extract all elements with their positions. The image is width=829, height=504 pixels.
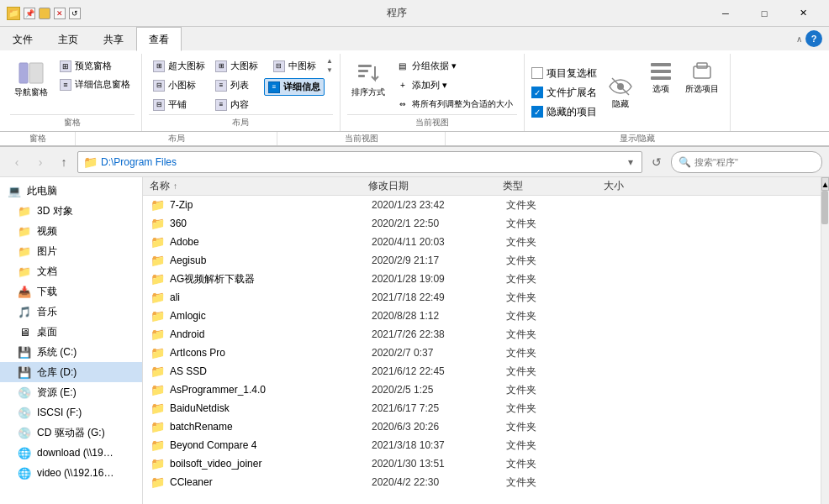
column-header-type[interactable]: 类型 xyxy=(503,179,604,193)
scrollbar[interactable]: ▲ ▼ xyxy=(821,177,829,504)
layout-expand-button[interactable]: ▲ ▼ xyxy=(326,57,333,74)
file-item-name: Adobe xyxy=(170,236,372,248)
sidebar-item-f-drive[interactable]: 💿 ISCSI (F:) xyxy=(0,402,142,423)
file-item[interactable]: 📁 ali 2021/7/18 22:49 文件夹 xyxy=(143,288,821,307)
maximize-button[interactable]: □ xyxy=(745,0,784,27)
hidden-items-checkbox[interactable]: ✓ xyxy=(531,106,543,118)
preview-pane-button[interactable]: ⊞ 预览窗格 xyxy=(55,57,135,75)
sidebar-item-e-drive[interactable]: 💿 资源 (E:) xyxy=(0,382,142,402)
sidebar-item-music[interactable]: 🎵 音乐 xyxy=(0,302,142,322)
nav-pane-button[interactable]: 导航窗格 xyxy=(10,57,52,101)
medium-icon-button[interactable]: ⊟ 中图标 xyxy=(269,57,320,75)
videos-icon: 📁 xyxy=(17,223,32,239)
back-button[interactable]: ‹ xyxy=(7,152,27,172)
column-header-size[interactable]: 大小 xyxy=(604,179,814,193)
scroll-up[interactable]: ▲ xyxy=(821,177,829,191)
large-icon-button[interactable]: ⊞ 大图标 xyxy=(211,57,262,75)
file-item[interactable]: 📁 AsProgrammer_1.4.0 2020/2/5 1:25 文件夹 xyxy=(143,381,821,399)
extra-large-icon-button[interactable]: ⊞ 超大图标 xyxy=(149,57,209,75)
file-item-icon: 📁 xyxy=(150,290,165,305)
column-header-date[interactable]: 修改日期 xyxy=(368,179,503,193)
sidebar-item-pictures[interactable]: 📁 图片 xyxy=(0,241,142,261)
group-by-label: 分组依据 ▾ xyxy=(412,60,457,72)
sidebar-item-d-drive[interactable]: 💾 仓库 (D:) xyxy=(0,362,142,382)
sidebar-item-network1[interactable]: 🌐 download (\\19… xyxy=(0,443,142,463)
up-button[interactable]: ↑ xyxy=(54,152,74,172)
file-item-name: boilsoft_video_joiner xyxy=(170,458,372,470)
hide-icon xyxy=(609,75,632,98)
options-button[interactable]: 选项 xyxy=(644,57,678,97)
sidebar-item-network2[interactable]: 🌐 video (\\192.16… xyxy=(0,463,142,483)
f-drive-icon: 💿 xyxy=(17,405,32,420)
file-item-icon: 📁 xyxy=(150,401,165,416)
content-button[interactable]: ≡ 内容 xyxy=(211,96,262,113)
network2-label: video (\\192.16… xyxy=(37,467,135,479)
file-ext-checkbox[interactable]: ✓ xyxy=(531,87,543,98)
sort-button[interactable]: 排序方式 xyxy=(347,57,389,101)
sidebar-item-videos[interactable]: 📁 视频 xyxy=(0,221,142,241)
file-item[interactable]: 📁 AG视频解析下载器 2020/1/28 19:09 文件夹 xyxy=(143,270,821,288)
group-by-button[interactable]: ▤ 分组依据 ▾ xyxy=(393,57,517,75)
hidden-selected-button[interactable]: 所选项目 xyxy=(681,57,723,97)
file-item-type: 文件夹 xyxy=(506,217,607,231)
file-item[interactable]: 📁 BaiduNetdisk 2021/6/17 7:25 文件夹 xyxy=(143,399,821,417)
sidebar-item-desktop[interactable]: 🖥 桌面 xyxy=(0,322,142,342)
item-checkbox[interactable] xyxy=(531,67,543,79)
file-item-icon: 📁 xyxy=(150,438,165,453)
tab-home[interactable]: 主页 xyxy=(45,27,91,50)
options-label: 选项 xyxy=(652,83,669,95)
help-button[interactable]: ? xyxy=(805,30,822,47)
file-item-type: 文件夹 xyxy=(506,402,607,416)
tab-file[interactable]: 文件 xyxy=(0,27,45,50)
file-item[interactable]: 📁 Aegisub 2020/2/9 21:17 文件夹 xyxy=(143,251,821,270)
collapse-ribbon-btn[interactable]: ∧ xyxy=(796,34,802,44)
add-column-button[interactable]: + 添加列 ▾ xyxy=(393,76,517,94)
fit-columns-button[interactable]: ⇔ 将所有列调整为合适的大小 xyxy=(393,96,517,113)
panes-column: ⊞ 预览窗格 ≡ 详细信息窗格 xyxy=(55,57,135,93)
file-item[interactable]: 📁 Android 2021/7/26 22:38 文件夹 xyxy=(143,325,821,344)
folder-color-icon xyxy=(39,8,50,19)
file-item[interactable]: 📁 ArtIcons Pro 2020/2/7 0:37 文件夹 xyxy=(143,344,821,362)
nav-pane-icon xyxy=(18,60,45,87)
address-folder-icon: 📁 xyxy=(83,155,98,169)
file-item[interactable]: 📁 7-Zip 2020/1/23 23:42 文件夹 xyxy=(143,196,821,214)
sidebar-item-this-pc[interactable]: 💻 此电脑 xyxy=(0,181,142,201)
file-item[interactable]: 📁 360 2020/2/1 22:50 文件夹 xyxy=(143,214,821,233)
sidebar-item-c-drive[interactable]: 💾 系统 (C:) xyxy=(0,342,142,362)
list-button[interactable]: ≡ 列表 xyxy=(211,76,262,94)
tab-share[interactable]: 共享 xyxy=(91,27,136,50)
file-item[interactable]: 📁 Adobe 2020/4/11 20:03 文件夹 xyxy=(143,233,821,251)
file-item[interactable]: 📁 AS SSD 2021/6/12 22:45 文件夹 xyxy=(143,362,821,381)
detail-pane-button[interactable]: ≡ 详细信息窗格 xyxy=(55,76,135,93)
refresh-button[interactable]: ↺ xyxy=(646,151,668,173)
small-icon-button[interactable]: ⊟ 小图标 xyxy=(149,76,209,94)
file-item[interactable]: 📁 batchRename 2020/6/3 20:26 文件夹 xyxy=(143,417,821,436)
ribbon-group-panes: 导航窗格 ⊞ 预览窗格 ≡ 详细信息窗格 窗格 xyxy=(3,54,142,131)
sidebar-item-downloads[interactable]: 📥 下载 xyxy=(0,281,142,302)
address-dropdown-btn[interactable]: ▾ xyxy=(625,156,636,168)
search-input[interactable] xyxy=(694,157,815,167)
file-ext-row: ✓ 文件扩展名 xyxy=(531,86,597,100)
details-button[interactable]: ≡ 详细信息 xyxy=(264,78,325,96)
forward-button[interactable]: › xyxy=(30,152,50,172)
hidden-items-label: 隐藏的项目 xyxy=(547,105,597,119)
file-item[interactable]: 📁 Amlogic 2020/8/28 1:12 文件夹 xyxy=(143,307,821,325)
minimize-button[interactable]: ─ xyxy=(706,0,745,27)
sidebar-item-g-drive[interactable]: 💿 CD 驱动器 (G:) xyxy=(0,423,142,443)
c-drive-label: 系统 (C:) xyxy=(37,345,135,360)
sidebar-item-3d-objects[interactable]: 📁 3D 对象 xyxy=(0,201,142,221)
scroll-thumb[interactable] xyxy=(821,191,828,224)
add-column-label: 添加列 ▾ xyxy=(412,79,447,92)
item-checkbox-label: 项目复选框 xyxy=(547,66,597,81)
file-item[interactable]: 📁 Beyond Compare 4 2021/3/18 10:37 文件夹 xyxy=(143,436,821,454)
tile-button[interactable]: ⊟ 平铺 xyxy=(149,96,209,113)
sidebar-item-documents[interactable]: 📁 文档 xyxy=(0,261,142,281)
file-item[interactable]: 📁 CCleaner 2020/4/2 22:30 文件夹 xyxy=(143,473,821,491)
column-header-name[interactable]: 名称 ↑ xyxy=(150,179,368,193)
history-icon: ↺ xyxy=(69,8,81,19)
address-bar[interactable]: 📁 D:\Program Files ▾ xyxy=(77,151,642,173)
close-button[interactable]: ✕ xyxy=(784,0,822,27)
file-item[interactable]: 📁 boilsoft_video_joiner 2020/1/30 13:51 … xyxy=(143,454,821,473)
hide-selected-button[interactable]: 隐藏 xyxy=(604,72,637,113)
tab-view[interactable]: 查看 xyxy=(136,27,182,51)
